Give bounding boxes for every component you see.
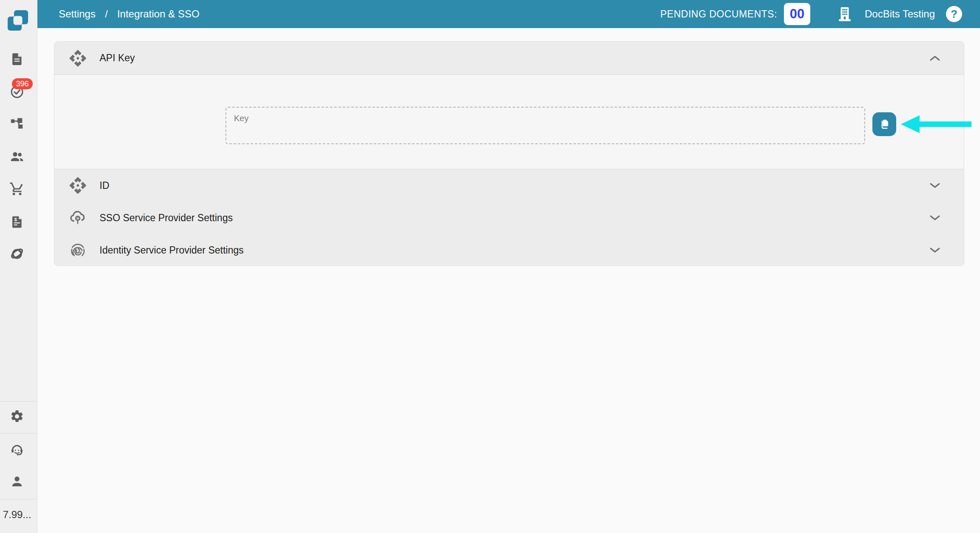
- app-window: 396: [0, 0, 980, 533]
- sidebar-item-users[interactable]: [9, 149, 25, 164]
- document-icon: [10, 52, 24, 66]
- headset-icon: [9, 442, 25, 458]
- sidebar-item-documents[interactable]: [9, 51, 25, 67]
- accordion-sso-service-provider[interactable]: SSO Service Provider Settings: [54, 202, 964, 234]
- api-key-field[interactable]: Key: [225, 107, 865, 144]
- sidebar-item-invoices[interactable]: $: [9, 214, 25, 230]
- accordion-label: ID: [100, 180, 109, 191]
- accordion-api-key[interactable]: API Key: [54, 42, 964, 75]
- chevron-down-icon[interactable]: [929, 247, 941, 254]
- sidebar-item-profile[interactable]: [9, 474, 25, 489]
- sidebar-item-workflow[interactable]: [9, 115, 25, 131]
- sidebar-item-integrations[interactable]: [9, 246, 25, 261]
- orbit-icon: [9, 246, 25, 261]
- accordion-label: API Key: [100, 52, 135, 64]
- validation-count-badge: 396: [12, 78, 33, 89]
- accordion-id[interactable]: ID: [54, 169, 964, 202]
- api-icon: [68, 175, 88, 196]
- accordion-identity-service-provider[interactable]: Identity Service Provider Settings: [54, 234, 964, 266]
- breadcrumb: Settings / Integration & SSO: [59, 8, 199, 20]
- organization-switcher[interactable]: DocBits Testing: [836, 5, 935, 23]
- sidebar-item-support[interactable]: [9, 442, 25, 458]
- flow-tree-icon: [10, 116, 24, 130]
- annotation-arrow-left-icon: [897, 113, 976, 135]
- chevron-up-icon[interactable]: [929, 55, 941, 62]
- api-icon: [68, 48, 88, 68]
- fingerprint-icon: [68, 240, 88, 260]
- breadcrumb-settings[interactable]: Settings: [59, 8, 96, 20]
- person-icon: [9, 474, 25, 489]
- pending-documents-label: PENDING DOCUMENTS:: [660, 9, 777, 20]
- gear-icon: [10, 409, 24, 424]
- copy-icon: [877, 117, 891, 131]
- svg-text:$: $: [14, 217, 17, 222]
- top-bar: Settings / Integration & SSO PENDING DOC…: [37, 0, 980, 28]
- sidebar-divider: [0, 401, 37, 402]
- accordion-label: SSO Service Provider Settings: [100, 212, 233, 224]
- invoice-icon: $: [10, 215, 24, 229]
- app-version: 7.99...: [0, 509, 34, 521]
- cloud-key-icon: [68, 208, 88, 228]
- organization-name: DocBits Testing: [865, 8, 935, 20]
- breadcrumb-page: Integration & SSO: [117, 8, 199, 20]
- people-icon: [9, 149, 25, 164]
- copy-api-key-button[interactable]: [872, 112, 896, 136]
- sidebar: 396: [0, 0, 37, 533]
- docbits-logo[interactable]: [7, 9, 29, 31]
- chevron-down-icon[interactable]: [929, 214, 941, 221]
- api-key-field-label: Key: [234, 114, 248, 123]
- building-icon: [836, 5, 854, 23]
- sidebar-divider: [0, 499, 37, 499]
- question-mark-icon: ?: [951, 8, 957, 21]
- chevron-down-icon[interactable]: [929, 182, 941, 189]
- integration-sso-card: API Key Key: [54, 41, 964, 266]
- sidebar-item-settings[interactable]: [9, 409, 25, 424]
- pending-documents-count: 00: [784, 3, 810, 25]
- accordion-label: Identity Service Provider Settings: [100, 245, 244, 256]
- sidebar-divider: [0, 433, 37, 433]
- api-key-panel: Key: [54, 75, 964, 169]
- sidebar-item-purchase-orders[interactable]: [9, 181, 25, 197]
- help-button[interactable]: ?: [946, 6, 962, 22]
- cart-icon: [9, 181, 25, 197]
- logo-icon: [7, 9, 29, 31]
- breadcrumb-separator: /: [105, 8, 108, 20]
